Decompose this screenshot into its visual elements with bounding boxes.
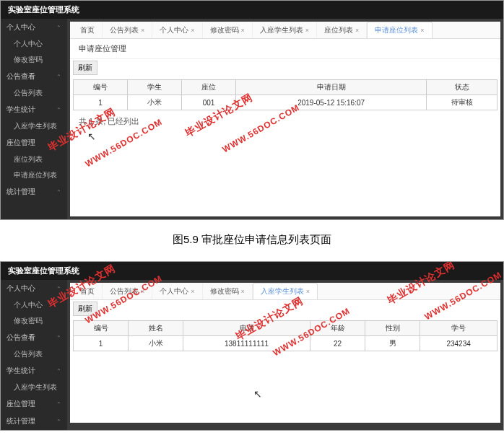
tab-personal[interactable]: 个人中心× [152, 22, 202, 38]
chevron-up-icon: ⌃ [56, 140, 61, 146]
nav-item-announcements[interactable]: 公告列表 [1, 346, 67, 362]
nav-item-announcements[interactable]: 公告列表 [1, 85, 67, 101]
chevron-up-icon: ⌃ [56, 368, 61, 374]
main-area: 首页 公告列表× 个人中心× 修改密码× 入座学生列表× 座位列表× 申请座位列… [67, 19, 503, 219]
close-icon[interactable]: × [241, 288, 245, 295]
th-name: 姓名 [129, 321, 183, 336]
tab-password[interactable]: 修改密码× [203, 22, 253, 38]
nav-announcements[interactable]: 公告查看⌃ [1, 329, 67, 346]
seat-apply-table: 编号 学生 座位 申请日期 状态 1 小米 001 2019-05-12 15:… [73, 79, 498, 110]
tabbar: 首页 公告列表× 个人中心× 修改密码× 入座学生列表× 座位列表× 申请座位列… [70, 22, 500, 39]
tab-announcements[interactable]: 公告列表× [103, 22, 152, 38]
nav-stats-management[interactable]: 统计管理⌃ [1, 183, 67, 201]
tab-seat-apply[interactable]: 申请座位列表× [367, 22, 432, 38]
tab-seated-students[interactable]: 入座学生列表× [253, 283, 318, 299]
content: 申请座位管理 刷新 编号 学生 座位 申请日期 状态 1 小米 00 [70, 39, 500, 216]
page-title: 申请座位管理 [70, 39, 500, 59]
summary-text: 共 1 条, 已经列出 [70, 113, 500, 130]
close-icon[interactable]: × [191, 27, 194, 34]
refresh-row: 刷新 [70, 59, 500, 76]
th-gender: 性别 [365, 321, 420, 336]
refresh-row: 刷新 [70, 300, 500, 317]
whitespace [70, 354, 500, 423]
chevron-up-icon: ⌃ [56, 25, 61, 31]
close-icon[interactable]: × [306, 288, 310, 295]
nav-student-stats[interactable]: 学生统计⌃ [1, 362, 67, 379]
close-icon[interactable]: × [141, 288, 144, 295]
tab-home[interactable]: 首页 [73, 284, 103, 299]
tab-seat-list[interactable]: 座位列表× [317, 22, 367, 38]
nav-item-personal[interactable]: 个人中心 [1, 297, 67, 313]
th-age: 年龄 [310, 321, 365, 336]
refresh-button[interactable]: 刷新 [73, 302, 97, 316]
th-status: 状态 [427, 80, 498, 95]
tab-announcements[interactable]: 公告列表× [103, 284, 152, 299]
caption-2: 图5.10 入座学生信息列表页面 [0, 432, 504, 435]
tab-password[interactable]: 修改密码× [203, 284, 253, 299]
nav-seat-management[interactable]: 座位管理⌃ [1, 395, 67, 413]
chevron-up-icon: ⌃ [56, 107, 61, 113]
screenshot-2: 实验室座位管理系统 个人中心⌃ 个人中心 修改密码 公告查看⌃ 公告列表 学生统… [0, 261, 504, 431]
chevron-up-icon: ⌃ [56, 401, 61, 408]
nav-item-password[interactable]: 修改密码 [1, 313, 67, 329]
tab-personal[interactable]: 个人中心× [152, 284, 202, 299]
content: 刷新 编号 姓名 电话 年龄 性别 学号 1 小米 13811111111 [70, 300, 500, 423]
student-table: 编号 姓名 电话 年龄 性别 学号 1 小米 13811111111 22 男 … [73, 320, 498, 351]
cursor-icon: ↖ [253, 388, 262, 400]
nav-personal-center[interactable]: 个人中心⌃ [1, 19, 67, 36]
screenshot-1: 实验室座位管理系统 个人中心⌃ 个人中心 修改密码 公告查看⌃ 公告列表 学生统… [0, 0, 504, 220]
tab-home[interactable]: 首页 [73, 22, 103, 38]
th-number: 学号 [420, 321, 498, 336]
main-area: 首页 公告列表× 个人中心× 修改密码× 入座学生列表× 刷新 编号 姓名 电话… [67, 280, 503, 430]
th-seat: 座位 [182, 80, 236, 95]
chevron-up-icon: ⌃ [56, 74, 61, 80]
chevron-up-icon: ⌃ [56, 286, 61, 292]
th-phone: 电话 [183, 321, 310, 336]
close-icon[interactable]: × [241, 27, 245, 34]
chevron-up-icon: ⌃ [56, 189, 61, 195]
sidebar: 个人中心⌃ 个人中心 修改密码 公告查看⌃ 公告列表 学生统计⌃ 入座学生列表 … [1, 280, 67, 430]
layout: 个人中心⌃ 个人中心 修改密码 公告查看⌃ 公告列表 学生统计⌃ 入座学生列表 … [1, 280, 503, 430]
tab-seated-students[interactable]: 入座学生列表× [253, 22, 317, 38]
nav-student-stats[interactable]: 学生统计⌃ [1, 101, 67, 118]
table-row[interactable]: 1 小米 13811111111 22 男 234234 [74, 336, 498, 351]
close-icon[interactable]: × [355, 27, 359, 34]
tabbar: 首页 公告列表× 个人中心× 修改密码× 入座学生列表× [70, 283, 500, 300]
chevron-up-icon: ⌃ [56, 335, 61, 341]
nav-item-seat-list[interactable]: 座位列表 [1, 151, 67, 167]
caption-1: 图5.9 审批座位申请信息列表页面 [0, 221, 504, 261]
nav-seat-management[interactable]: 座位管理⌃ [1, 134, 67, 151]
system-title: 实验室座位管理系统 [1, 1, 503, 19]
close-icon[interactable]: × [420, 27, 424, 34]
nav-announcements[interactable]: 公告查看⌃ [1, 68, 67, 85]
nav-item-personal[interactable]: 个人中心 [1, 36, 67, 52]
close-icon[interactable]: × [141, 27, 144, 34]
system-title: 实验室座位管理系统 [1, 262, 503, 280]
th-id: 编号 [74, 80, 128, 95]
layout: 个人中心⌃ 个人中心 修改密码 公告查看⌃ 公告列表 学生统计⌃ 入座学生列表 … [1, 19, 503, 219]
cursor-icon: ↖ [87, 131, 96, 142]
nav-item-seated-students[interactable]: 入座学生列表 [1, 379, 67, 395]
th-student: 学生 [128, 80, 182, 95]
sidebar: 个人中心⌃ 个人中心 修改密码 公告查看⌃ 公告列表 学生统计⌃ 入座学生列表 … [1, 19, 67, 219]
close-icon[interactable]: × [191, 288, 194, 295]
refresh-button[interactable]: 刷新 [73, 61, 97, 75]
table-row[interactable]: 1 小米 001 2019-05-12 15:16:07 待审核 [74, 95, 498, 110]
th-id: 编号 [74, 321, 129, 336]
nav-item-password[interactable]: 修改密码 [1, 52, 67, 68]
nav-stats-management[interactable]: 统计管理⌃ [1, 413, 67, 430]
close-icon[interactable]: × [305, 27, 309, 34]
nav-personal-center[interactable]: 个人中心⌃ [1, 280, 67, 297]
th-date: 申请日期 [236, 80, 427, 95]
nav-item-seated-students[interactable]: 入座学生列表 [1, 118, 67, 134]
whitespace [70, 130, 500, 216]
chevron-up-icon: ⌃ [56, 418, 61, 425]
nav-item-seat-apply-list[interactable]: 申请座位列表 [1, 167, 67, 183]
